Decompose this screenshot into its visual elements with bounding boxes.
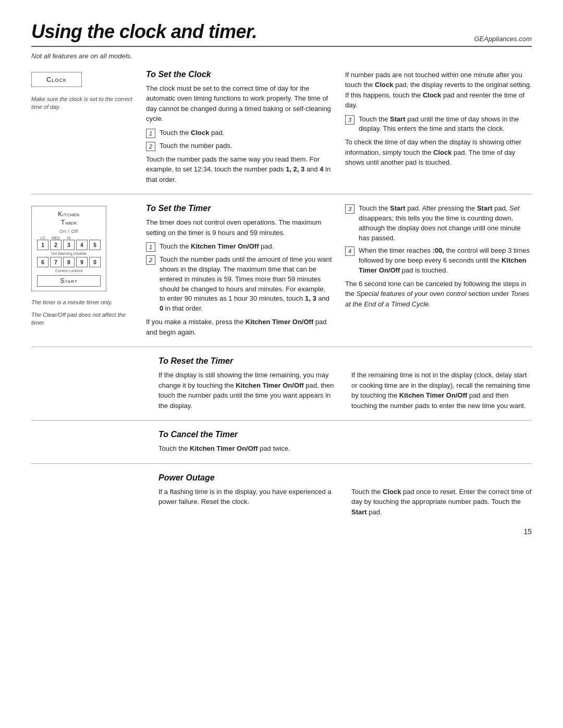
- step2-text: Touch the number pads.: [160, 141, 232, 151]
- clock-display-label: Clock: [46, 76, 67, 83]
- power-outage-col2-text: Touch the Clock pad once to reset. Enter…: [351, 487, 532, 517]
- power-outage-heading: Power Outage: [158, 473, 532, 483]
- key-1: 1: [37, 240, 48, 250]
- keypad-title: KitchenTimer: [37, 211, 101, 227]
- clock-left-panel: Clock Make sure the clock is set to the …: [31, 70, 146, 185]
- timer-section: KitchenTimer On / Off LO 1 MED 2 HI 3: [31, 204, 532, 337]
- key-5: 5: [89, 240, 101, 250]
- timer-step3-num: 3: [345, 204, 354, 214]
- divider-1: [31, 194, 532, 194]
- page-header: Using the clock and timer. GEAppliances.…: [31, 21, 532, 47]
- step1-num: 1: [146, 129, 155, 138]
- timer-right-panel: To Set the Timer The timer does not cont…: [146, 204, 532, 337]
- clock-col1: To Set the Clock The clock must be set t…: [146, 70, 333, 185]
- cancel-timer-section: To Cancel the Timer Touch the Kitchen Ti…: [31, 430, 532, 454]
- website-label: GEAppliances.com: [474, 35, 532, 43]
- key-med-label: MED: [52, 236, 60, 240]
- clock-image-caption: Make sure the clock is set to the correc…: [31, 95, 136, 112]
- key-4: 4: [76, 240, 88, 250]
- power-outage-section: Power Outage If a flashing time is in th…: [31, 473, 532, 517]
- clock-step3: 3 Touch the Start pad until the time of …: [345, 115, 532, 134]
- divider-4: [31, 463, 532, 464]
- clock-col2: If number pads are not touched within on…: [345, 70, 532, 185]
- timer-step3-text: Touch the Start pad. After pressing the …: [359, 204, 532, 243]
- timer-step1-text: Touch the Kitchen Timer On/Off pad.: [160, 242, 274, 252]
- cancel-timer-layout: To Cancel the Timer Touch the Kitchen Ti…: [31, 430, 532, 454]
- reset-timer-col1: If the display is still showing the time…: [158, 370, 339, 411]
- page-number: 15: [31, 527, 532, 536]
- power-outage-right: Power Outage If a flashing time is in th…: [158, 473, 532, 517]
- key-2: 2: [50, 240, 62, 250]
- timer-col1: To Set the Timer The timer does not cont…: [146, 204, 333, 337]
- timer-step1-num: 1: [146, 242, 155, 252]
- timer-step2-text: Touch the number pads until the amount o…: [160, 255, 333, 314]
- cancel-timer-heading: To Cancel the Timer: [158, 430, 532, 439]
- reset-timer-col2: If the remaining time is not in the disp…: [351, 370, 532, 411]
- key-hi-label: HI: [67, 236, 71, 240]
- timer-col2-body: The 6 second tone can be canceled by fol…: [345, 279, 532, 310]
- reset-timer-col-wrapper: To Reset the Timer If the display is sti…: [158, 356, 532, 411]
- clock-step2: 2 Touch the number pads.: [146, 141, 333, 151]
- cancel-timer-left: [31, 430, 146, 454]
- power-outage-col2: Touch the Clock pad once to reset. Enter…: [351, 487, 532, 517]
- divider-2: [31, 347, 532, 347]
- timer-left-panel: KitchenTimer On / Off LO 1 MED 2 HI 3: [31, 204, 146, 337]
- reset-timer-right: To Reset the Timer If the display is sti…: [158, 356, 532, 411]
- timer-col2: 3 Touch the Start pad. After pressing th…: [345, 204, 532, 337]
- timer-step4-text: When the timer reaches :00, the control …: [359, 246, 532, 276]
- timer-col1-body: If you make a mistake, press the Kitchen…: [146, 317, 333, 337]
- timer-caption2: The Clear/Off pad does not affect the ti…: [31, 311, 136, 327]
- set-warning-label: Set Warning Disable: [37, 251, 101, 256]
- power-outage-layout: Power Outage If a flashing time is in th…: [31, 473, 532, 517]
- divider-3: [31, 420, 532, 421]
- key-9: 9: [76, 257, 88, 267]
- keypad-row1: LO 1 MED 2 HI 3 4 5: [37, 236, 101, 250]
- reset-timer-layout: To Reset the Timer If the display is sti…: [31, 356, 532, 411]
- key-8: 8: [63, 257, 75, 267]
- clock-intro: The clock must be set to the correct tim…: [146, 83, 333, 124]
- keypad-row2: 6 7 8 9 0: [37, 257, 101, 267]
- key-lo-label: LO: [40, 236, 45, 240]
- timer-heading: To Set the Timer: [146, 204, 333, 213]
- reset-timer-section: To Reset the Timer If the display is sti…: [31, 356, 532, 411]
- power-outage-left: [31, 473, 146, 517]
- reset-timer-cols: If the display is still showing the time…: [158, 370, 532, 411]
- cancel-timer-body: Touch the Kitchen Timer On/Off pad twice…: [158, 443, 532, 454]
- timer-step4-num: 4: [345, 246, 354, 256]
- keypad-on-off: On / Off: [37, 229, 101, 234]
- keypad-display: KitchenTimer On / Off LO 1 MED 2 HI 3: [31, 206, 106, 291]
- clock-display-box: Clock: [31, 72, 82, 87]
- page-title: Using the clock and timer.: [31, 21, 257, 43]
- key-7: 7: [50, 257, 62, 267]
- reset-timer-col2-text: If the remaining time is not in the disp…: [351, 370, 532, 411]
- control-lockout-label: Control Lockout: [37, 268, 101, 273]
- reset-timer-col1-text: If the display is still showing the time…: [158, 370, 339, 411]
- clock-section: Clock Make sure the clock is set to the …: [31, 70, 532, 185]
- clock-col2-intro: If number pads are not touched within on…: [345, 70, 532, 110]
- timer-step2: 2 Touch the number pads until the amount…: [146, 255, 333, 314]
- timer-step1: 1 Touch the Kitchen Timer On/Off pad.: [146, 242, 333, 252]
- key-3: 3: [63, 240, 75, 250]
- power-outage-cols: If a flashing time is in the display, yo…: [158, 487, 532, 517]
- timer-intro: The timer does not control oven operatio…: [146, 217, 333, 238]
- clock-right-panel: To Set the Clock The clock must be set t…: [146, 70, 532, 185]
- step2-num: 2: [146, 142, 155, 151]
- timer-step2-num: 2: [146, 255, 155, 265]
- step1-text: Touch the Clock pad.: [160, 128, 224, 138]
- reset-timer-left: [31, 356, 146, 411]
- subtitle: Not all features are on all models.: [31, 51, 532, 61]
- clock-col1-body: Touch the number pads the same way you r…: [146, 154, 333, 185]
- key-6: 6: [37, 257, 48, 267]
- cancel-timer-right: To Cancel the Timer Touch the Kitchen Ti…: [158, 430, 532, 454]
- power-outage-col1-text: If a flashing time is in the display, yo…: [158, 487, 339, 507]
- key-0: 0: [89, 257, 101, 267]
- power-outage-col-wrapper: Power Outage If a flashing time is in th…: [158, 473, 532, 517]
- clock-col2-body: To check the time of day when the displa…: [345, 137, 532, 168]
- step3-num: 3: [345, 115, 354, 125]
- timer-caption1: The timer is a minute timer only.: [31, 299, 136, 306]
- step3-text: Touch the Start pad until the time of da…: [359, 115, 532, 134]
- clock-heading: To Set the Clock: [146, 70, 333, 79]
- start-button-display: Start: [37, 275, 101, 287]
- power-outage-col1: If a flashing time is in the display, yo…: [158, 487, 339, 517]
- clock-step1: 1 Touch the Clock pad.: [146, 128, 333, 138]
